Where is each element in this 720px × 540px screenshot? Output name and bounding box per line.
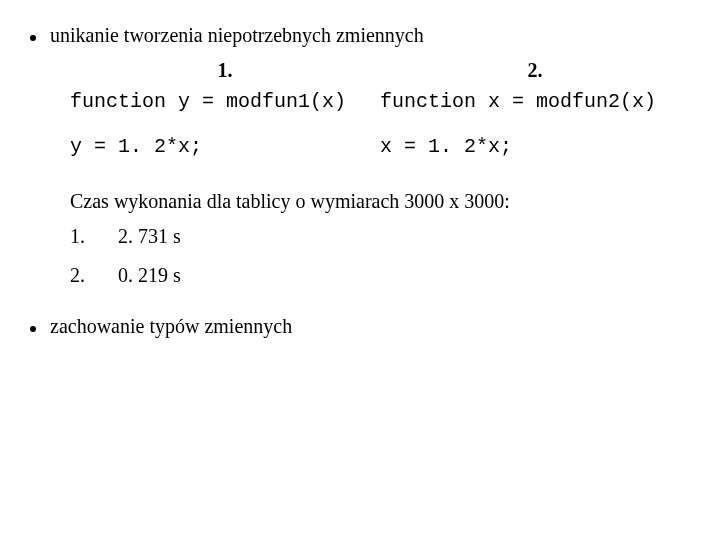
code-columns: 1. function y = modfun1(x) y = 1. 2*x; 2… [70,59,690,180]
bullet-1-text: unikanie tworzenia niepotrzebnych zmienn… [50,24,424,47]
column-2-code-line2: x = 1. 2*x; [380,135,690,158]
result-2-number: 2. [70,264,98,287]
column-1-heading: 1. [70,59,380,82]
bullet-dot [30,326,36,332]
timing-results: 1. 2. 731 s 2. 0. 219 s [70,225,690,287]
column-2-heading: 2. [380,59,690,82]
column-2: 2. function x = modfun2(x) x = 1. 2*x; [380,59,690,180]
bullet-2-text: zachowanie typów zmiennych [50,315,292,338]
column-1-code-line2: y = 1. 2*x; [70,135,380,158]
column-1: 1. function y = modfun1(x) y = 1. 2*x; [70,59,380,180]
bullet-1: unikanie tworzenia niepotrzebnych zmienn… [30,24,690,47]
result-1-time: 2. 731 s [118,225,181,248]
result-row: 2. 0. 219 s [70,264,690,287]
bullet-2: zachowanie typów zmiennych [30,315,690,338]
column-2-code-line1: function x = modfun2(x) [380,90,690,113]
result-row: 1. 2. 731 s [70,225,690,248]
result-2-time: 0. 219 s [118,264,181,287]
timing-caption: Czas wykonania dla tablicy o wymiarach 3… [70,190,690,213]
column-1-code-line1: function y = modfun1(x) [70,90,380,113]
bullet-dot [30,35,36,41]
result-1-number: 1. [70,225,98,248]
